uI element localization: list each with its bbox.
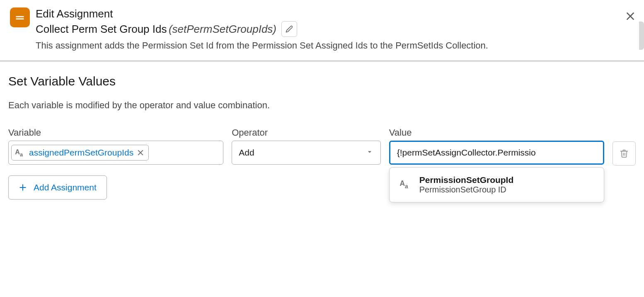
- modal-header: Edit Assignment Collect Perm Set Group I…: [0, 0, 644, 62]
- assignment-element-icon: [10, 7, 30, 27]
- text-variable-icon: Aa: [14, 147, 26, 158]
- element-description: This assignment adds the Permission Set …: [36, 40, 637, 51]
- chevron-down-icon: [366, 148, 374, 158]
- scrollbar-thumb[interactable]: [639, 22, 644, 50]
- autocomplete-option[interactable]: Aa PermissionSetGroupId PermissionSetGro…: [390, 168, 604, 202]
- close-button[interactable]: [625, 11, 636, 23]
- element-label: Collect Perm Set Group Ids (setPermSetGr…: [36, 23, 276, 36]
- add-assignment-button[interactable]: Add Assignment: [8, 175, 107, 200]
- value-autocomplete-dropdown: Aa PermissionSetGroupId PermissionSetGro…: [389, 167, 604, 202]
- header-text-block: Edit Assignment Collect Perm Set Group I…: [36, 7, 637, 51]
- trash-icon: [620, 149, 629, 158]
- variable-pill[interactable]: Aa assignedPermSetGroupIds: [11, 145, 149, 161]
- element-api-name: (setPermSetGroupIds): [169, 23, 276, 35]
- svg-rect-1: [16, 18, 24, 19]
- plus-icon: [19, 183, 27, 192]
- svg-text:A: A: [399, 179, 405, 187]
- svg-text:A: A: [15, 148, 20, 156]
- value-label: Value: [389, 127, 604, 138]
- modal-body: Set Variable Values Each variable is mod…: [0, 62, 644, 200]
- section-title: Set Variable Values: [8, 74, 636, 88]
- operator-select[interactable]: Add: [232, 141, 380, 165]
- close-icon: [137, 149, 144, 156]
- pencil-icon: [286, 25, 293, 33]
- modal-title: Edit Assignment: [36, 7, 637, 20]
- autocomplete-option-subtitle: PermissionSetGroup ID: [419, 185, 514, 195]
- variable-label: Variable: [8, 127, 223, 138]
- svg-text:a: a: [20, 152, 23, 158]
- edit-label-button[interactable]: [281, 21, 297, 37]
- svg-text:a: a: [405, 183, 408, 190]
- autocomplete-option-title: PermissionSetGroupId: [419, 175, 514, 185]
- add-assignment-label: Add Assignment: [34, 183, 97, 192]
- section-description: Each variable is modified by the operato…: [8, 100, 636, 111]
- assignment-row: Variable Aa assignedPermSetGroupIds Oper…: [8, 127, 636, 166]
- close-icon: [625, 11, 636, 22]
- operator-value: Add: [239, 148, 254, 158]
- variable-pill-label: assignedPermSetGroupIds: [29, 148, 133, 158]
- value-input[interactable]: [389, 141, 604, 165]
- operator-label: Operator: [232, 127, 380, 138]
- remove-pill-button[interactable]: [137, 149, 144, 156]
- delete-row-button[interactable]: [613, 141, 636, 166]
- svg-rect-0: [16, 16, 24, 17]
- text-variable-icon: Aa: [399, 178, 411, 192]
- variable-input[interactable]: Aa assignedPermSetGroupIds: [8, 141, 223, 165]
